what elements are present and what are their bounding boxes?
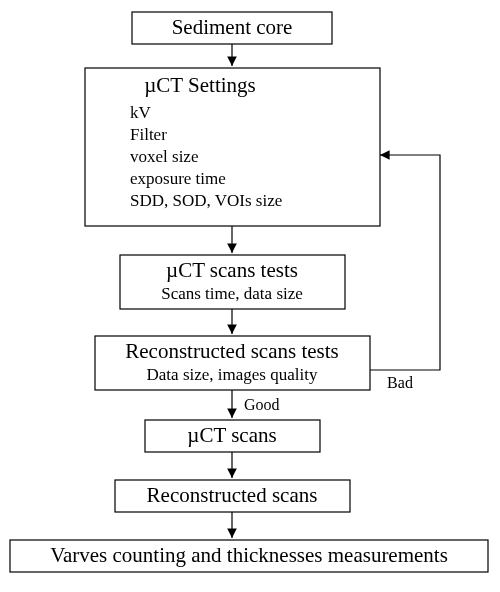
node-reconstructed-scans: Reconstructed scans xyxy=(115,480,350,512)
node-uct-scans: µCT scans xyxy=(145,420,320,452)
settings-item-4: SDD, SOD, VOIs size xyxy=(130,191,282,210)
recon-title: Reconstructed scans xyxy=(147,483,318,507)
recon-tests-title: Reconstructed scans tests xyxy=(125,339,338,363)
settings-item-2: voxel size xyxy=(130,147,198,166)
sediment-title: Sediment core xyxy=(172,15,293,39)
scans-tests-sub: Scans time, data size xyxy=(161,284,303,303)
node-sediment-core: Sediment core xyxy=(132,12,332,44)
node-uct-scans-tests: µCT scans tests Scans time, data size xyxy=(120,255,345,309)
label-bad: Bad xyxy=(387,374,413,391)
settings-title: µCT Settings xyxy=(144,73,255,97)
settings-item-1: Filter xyxy=(130,125,167,144)
scans-title: µCT scans xyxy=(187,423,276,447)
label-good: Good xyxy=(244,396,280,413)
node-reconstructed-scans-tests: Reconstructed scans tests Data size, ima… xyxy=(95,336,370,390)
varves-title: Varves counting and thicknesses measurem… xyxy=(50,543,448,567)
settings-item-3: exposure time xyxy=(130,169,226,188)
settings-item-0: kV xyxy=(130,103,152,122)
recon-tests-sub: Data size, images quality xyxy=(147,365,318,384)
scans-tests-title: µCT scans tests xyxy=(166,258,298,282)
node-uct-settings: µCT Settings kV Filter voxel size exposu… xyxy=(85,68,380,226)
node-varves: Varves counting and thicknesses measurem… xyxy=(10,540,488,572)
